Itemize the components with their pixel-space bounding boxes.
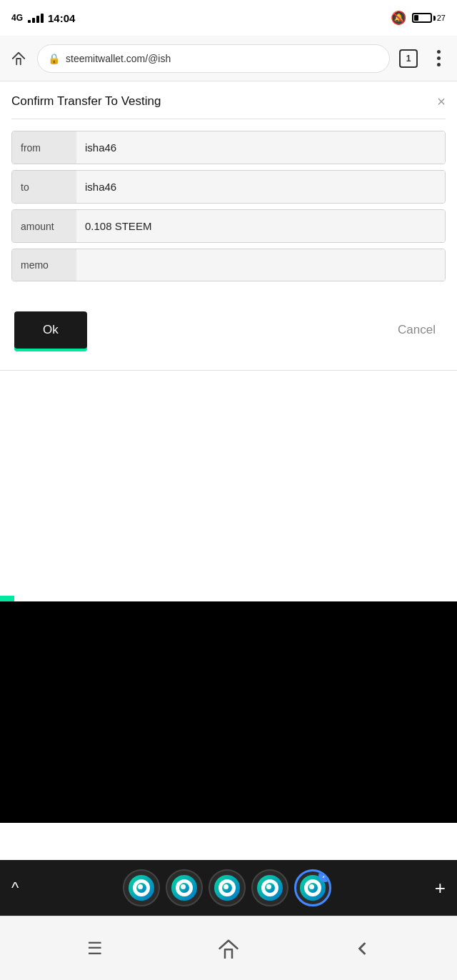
bell-icon: 🔕: [391, 10, 406, 26]
memo-value: [76, 249, 445, 281]
add-tab-button[interactable]: +: [435, 877, 446, 899]
to-value: isha46: [76, 171, 445, 203]
browser-tabs-bar: ^: [0, 860, 457, 916]
menu-dot-2: [437, 56, 441, 60]
memo-row: memo: [11, 249, 446, 281]
battery-level: 27: [437, 14, 446, 22]
hamburger-icon: ☰: [87, 939, 103, 959]
back-icon: [352, 939, 372, 959]
form-section: from isha46 to isha46 amount 0.108 STEEM…: [11, 119, 446, 294]
to-label: to: [12, 171, 76, 203]
tabs-list: ×: [123, 869, 331, 906]
to-row: to isha46: [11, 170, 446, 204]
amount-label: amount: [12, 210, 76, 242]
menu-dot-3: [437, 63, 441, 66]
nav-hamburger-button[interactable]: ☰: [79, 933, 111, 964]
amount-value: 0.108 STEEM: [76, 210, 445, 242]
menu-dot-1: [437, 50, 441, 54]
steem-tab-icon-3: [214, 875, 240, 901]
browser-tab-1[interactable]: [123, 869, 160, 906]
confirm-transfer-dialog: Confirm Transfer To Vesting × from isha4…: [0, 81, 457, 371]
tab-close-button[interactable]: ×: [318, 869, 331, 882]
browser-chrome: 🔒 steemitwallet.com/@ish 1: [0, 36, 457, 81]
from-row: from isha46: [11, 131, 446, 164]
amount-row: amount 0.108 STEEM: [11, 209, 446, 243]
nav-home-button[interactable]: [213, 933, 244, 964]
signal-icon: [28, 13, 44, 23]
tab-switcher-button[interactable]: 1: [397, 47, 420, 70]
status-bar-right: 🔕 27: [391, 10, 446, 26]
dialog-title: Confirm Transfer To Vesting: [11, 94, 161, 109]
browser-tab-4[interactable]: [251, 869, 288, 906]
battery-icon: 27: [412, 13, 446, 23]
browser-tab-5-active[interactable]: ×: [294, 869, 331, 906]
address-text: steemitwallet.com/@ish: [66, 53, 171, 64]
memo-label: memo: [12, 249, 76, 281]
browser-tab-2[interactable]: [166, 869, 203, 906]
status-bar: 4G 14:04 🔕 27: [0, 0, 457, 36]
lock-icon: 🔒: [48, 53, 60, 64]
close-button[interactable]: ×: [437, 94, 446, 109]
ok-button[interactable]: Ok: [14, 311, 87, 349]
black-screen-area: [0, 601, 457, 823]
from-value: isha46: [76, 131, 445, 164]
time-display: 14:04: [48, 12, 75, 24]
browser-tab-3[interactable]: [209, 869, 246, 906]
cancel-button[interactable]: Cancel: [391, 311, 443, 349]
from-label: from: [12, 131, 76, 164]
steem-tab-icon-1: [129, 875, 154, 901]
teal-accent-strip: [0, 596, 14, 601]
button-row: Ok Cancel: [11, 294, 446, 356]
dialog-header: Confirm Transfer To Vesting ×: [11, 81, 446, 119]
navigation-bar: ☰: [0, 916, 457, 980]
signal-4g-label: 4G: [11, 13, 23, 23]
tabs-chevron-icon[interactable]: ^: [11, 879, 19, 897]
browser-menu-button[interactable]: [427, 47, 450, 70]
address-bar[interactable]: 🔒 steemitwallet.com/@ish: [37, 44, 390, 73]
tab-count: 1: [399, 49, 418, 68]
nav-back-button[interactable]: [346, 933, 378, 964]
status-bar-left: 4G 14:04: [11, 12, 75, 24]
steem-tab-icon-4: [257, 875, 283, 901]
steem-tab-icon-2: [171, 875, 197, 901]
browser-home-button[interactable]: [7, 47, 30, 70]
home-nav-icon: [218, 939, 239, 959]
